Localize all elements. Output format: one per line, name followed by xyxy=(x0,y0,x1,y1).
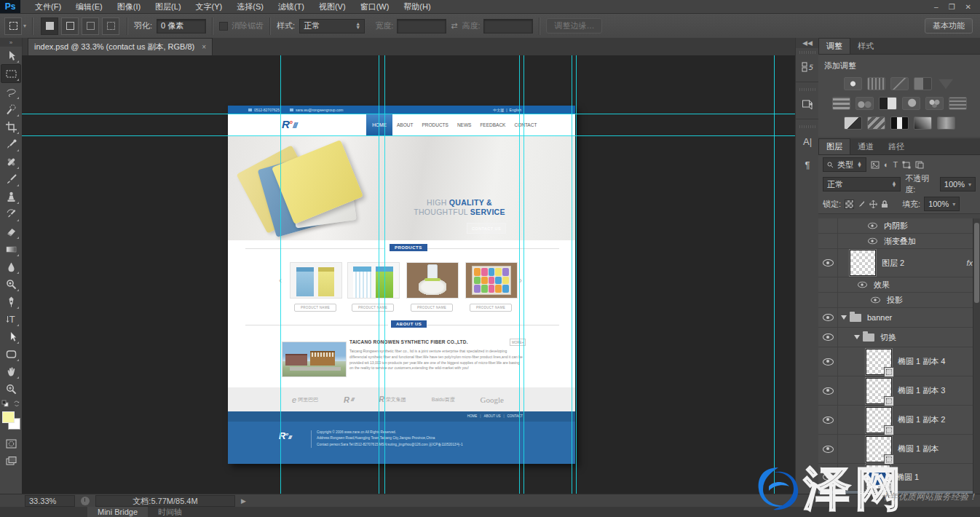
character-panel-icon[interactable]: A| xyxy=(798,132,817,151)
group-expand-icon[interactable] xyxy=(854,335,860,339)
guide[interactable] xyxy=(523,55,524,494)
layer-effect-row[interactable]: 投影 xyxy=(818,293,980,308)
visibility-eye-icon[interactable] xyxy=(823,314,834,321)
layer-thumbnail[interactable] xyxy=(866,378,892,404)
gradient-map-icon[interactable] xyxy=(914,117,932,130)
status-options-arrow-icon[interactable]: ▶ xyxy=(241,497,246,505)
eraser-tool[interactable] xyxy=(1,223,20,240)
threshold-icon[interactable] xyxy=(890,117,909,130)
gradient-tool[interactable] xyxy=(1,240,20,258)
screen-mode-button[interactable] xyxy=(1,452,20,470)
menu-layer[interactable]: 图层(L) xyxy=(148,0,188,13)
eyedropper-tool[interactable] xyxy=(1,135,20,153)
color-balance-icon[interactable] xyxy=(855,97,874,110)
guide[interactable] xyxy=(22,114,795,114)
history-brush-tool[interactable] xyxy=(1,205,20,223)
tab-layers[interactable]: 图层 xyxy=(818,138,850,154)
layer-shape-row[interactable]: 椭圆 1 副本 xyxy=(818,435,980,464)
subtract-selection-mode-button[interactable] xyxy=(82,17,99,35)
guide[interactable] xyxy=(576,55,577,494)
tool-preset-arrow-icon[interactable]: ▾ xyxy=(23,23,26,29)
brightness-contrast-icon[interactable] xyxy=(844,77,862,90)
opacity-value[interactable]: 100%▾ xyxy=(940,177,976,192)
feather-input[interactable]: 0 像素 xyxy=(157,19,206,33)
selective-color-icon[interactable] xyxy=(937,117,955,130)
canvas-area[interactable]: 0512-82707625 sara.wu@rongwengroup.com 中… xyxy=(22,55,795,494)
visibility-eye-icon[interactable] xyxy=(823,387,834,395)
rounded-rectangle-tool[interactable] xyxy=(1,345,20,363)
foreground-color-swatch[interactable] xyxy=(2,411,15,423)
antialias-checkbox[interactable] xyxy=(219,22,228,31)
filter-smart-objects-icon[interactable] xyxy=(915,161,924,169)
visibility-eye-icon[interactable] xyxy=(823,473,834,481)
guide[interactable] xyxy=(774,55,775,494)
default-colors-icon[interactable] xyxy=(1,400,9,407)
layer-fx-icon[interactable]: fx xyxy=(966,258,973,267)
filter-adjustment-layers-icon[interactable]: ◐ xyxy=(884,160,889,169)
menu-image[interactable]: 图像(I) xyxy=(110,0,148,13)
dodge-tool[interactable] xyxy=(1,275,20,293)
toolbar-collapse-icon[interactable]: » xyxy=(0,38,22,47)
menu-view[interactable]: 视图(V) xyxy=(312,0,353,13)
tab-close-icon[interactable]: × xyxy=(202,43,206,51)
layer-thumbnail[interactable] xyxy=(866,349,892,375)
dock-collapse-icon[interactable]: ◀◀ xyxy=(796,38,819,48)
add-selection-mode-button[interactable] xyxy=(61,17,79,35)
layer-shape-row[interactable]: 椭圆 1 副本 3 xyxy=(818,376,980,406)
layers-scrollbar[interactable] xyxy=(973,218,980,503)
layer-shape-row[interactable]: 椭圆 1 副本 2 xyxy=(818,406,980,435)
crop-tool[interactable] xyxy=(1,118,20,135)
layer-thumbnail[interactable] xyxy=(866,436,892,462)
levels-icon[interactable] xyxy=(867,77,885,90)
lock-position-icon[interactable] xyxy=(869,200,877,208)
layer-effect-row[interactable]: 内阴影 xyxy=(818,218,980,234)
blur-tool[interactable] xyxy=(1,258,20,275)
menu-filter[interactable]: 滤镜(T) xyxy=(271,0,312,13)
photo-filter-icon[interactable] xyxy=(902,97,920,110)
hue-saturation-icon[interactable] xyxy=(832,97,850,110)
channel-mixer-icon[interactable] xyxy=(925,97,944,110)
menu-select[interactable]: 选择(S) xyxy=(229,0,271,13)
lock-transparent-icon[interactable] xyxy=(845,200,854,209)
zoom-tool[interactable] xyxy=(1,380,20,398)
intersect-selection-mode-button[interactable] xyxy=(102,17,119,35)
minimize-button[interactable]: – xyxy=(934,3,938,11)
visibility-eye-icon[interactable] xyxy=(823,259,834,267)
color-lookup-icon[interactable] xyxy=(949,97,967,110)
menu-edit[interactable]: 编辑(E) xyxy=(68,0,110,13)
spot-healing-brush-tool[interactable] xyxy=(1,153,20,170)
visibility-eye-icon[interactable] xyxy=(868,238,877,245)
layer-shape-row[interactable]: 椭圆 1 xyxy=(818,464,980,491)
width-input[interactable] xyxy=(397,19,446,33)
exposure-icon[interactable] xyxy=(914,77,932,90)
tab-adjustments[interactable]: 调整 xyxy=(818,38,850,54)
black-white-icon[interactable] xyxy=(879,97,897,110)
zoom-level-input[interactable]: 33.33% xyxy=(25,495,75,507)
curves-icon[interactable] xyxy=(890,77,909,90)
layer-shape-row[interactable]: 椭圆 1 副本 4 xyxy=(818,347,980,376)
posterize-icon[interactable] xyxy=(867,117,885,130)
restore-button[interactable]: ❐ xyxy=(949,3,955,11)
menu-type[interactable]: 文字(Y) xyxy=(189,0,230,13)
menu-window[interactable]: 窗口(W) xyxy=(353,0,397,13)
filter-pixel-layers-icon[interactable] xyxy=(871,161,880,169)
layer-thumbnail[interactable] xyxy=(866,465,890,489)
quick-mask-mode-button[interactable] xyxy=(1,435,20,452)
filter-shape-layers-icon[interactable] xyxy=(902,161,911,169)
vertical-type-tool[interactable]: T xyxy=(1,310,20,328)
layer-effects-header-row[interactable]: 效果 xyxy=(818,277,980,293)
move-tool[interactable] xyxy=(1,47,20,64)
layer-effect-row[interactable]: 渐变叠加 xyxy=(818,234,980,249)
tab-channels[interactable]: 通道 xyxy=(850,139,881,154)
visibility-eye-icon[interactable] xyxy=(868,223,877,229)
tab-mini-bridge[interactable]: Mini Bridge xyxy=(87,507,148,517)
hand-tool[interactable] xyxy=(1,363,20,380)
filter-type-layers-icon[interactable]: T xyxy=(893,160,898,169)
refine-edge-button[interactable]: 调整边缘… xyxy=(546,18,602,33)
guide[interactable] xyxy=(384,55,385,494)
swap-dimensions-icon[interactable]: ⇄ xyxy=(451,21,457,31)
guide[interactable] xyxy=(519,55,520,494)
tab-timeline[interactable]: 时间轴 xyxy=(148,507,192,517)
properties-panel-icon[interactable] xyxy=(798,95,817,114)
height-input[interactable] xyxy=(483,19,533,33)
